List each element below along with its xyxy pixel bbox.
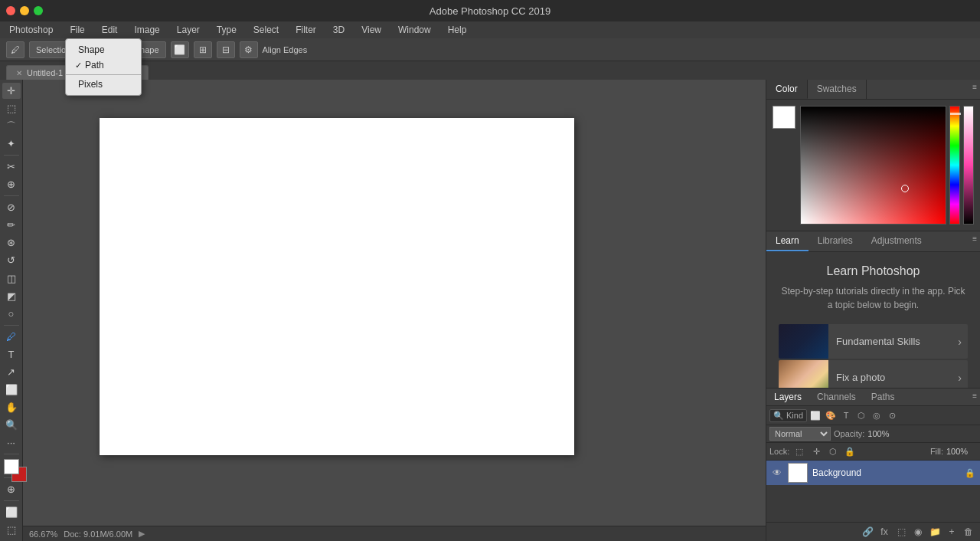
- eraser-tool[interactable]: ◫: [2, 270, 21, 287]
- learn-content: Learn Photoshop Step-by-step tutorials d…: [766, 252, 980, 388]
- tab-paths[interactable]: Paths: [864, 389, 903, 405]
- color-swatches-area[interactable]: [4, 459, 19, 474]
- marquee-tool[interactable]: ⬚: [2, 100, 21, 116]
- maximize-button[interactable]: [34, 6, 43, 15]
- learn-card-fix-photo[interactable]: Fix a photo ›: [779, 360, 968, 388]
- lock-pixels-btn[interactable]: ⬚: [792, 444, 806, 458]
- text-tool[interactable]: T: [2, 346, 21, 362]
- path-arrangement-btn[interactable]: ⊟: [217, 41, 235, 58]
- opacity-label: Opacity:: [834, 429, 864, 438]
- screen-mode[interactable]: ⬜: [2, 504, 21, 520]
- healing-brush-tool[interactable]: ⊘: [2, 199, 21, 215]
- fill-value[interactable]: 100%: [946, 447, 977, 456]
- tab-channels[interactable]: Channels: [809, 389, 864, 405]
- lock-all-btn[interactable]: 🔒: [843, 444, 857, 458]
- menu-file[interactable]: File: [67, 23, 87, 37]
- shape-dropdown[interactable]: Shape ✓ Path Pixels: [65, 38, 142, 96]
- tab-learn[interactable]: Learn: [766, 231, 808, 251]
- menu-view[interactable]: View: [358, 23, 384, 37]
- dropdown-shape[interactable]: Shape: [66, 42, 141, 57]
- layers-panel-options[interactable]: ≡: [969, 389, 980, 405]
- dropdown-path[interactable]: ✓ Path: [66, 57, 141, 73]
- quick-mask-mode[interactable]: ⊕: [2, 481, 21, 497]
- tool-preset-picker[interactable]: 🖊: [6, 41, 24, 58]
- zoom-tool[interactable]: 🔍: [2, 417, 21, 433]
- minimize-button[interactable]: [20, 6, 29, 15]
- tab-swatches[interactable]: Swatches: [808, 80, 867, 99]
- toolbar-separator-1: [4, 155, 19, 156]
- menu-image[interactable]: Image: [131, 23, 162, 37]
- path-selection-tool[interactable]: ↗: [2, 364, 21, 380]
- menu-layer[interactable]: Layer: [174, 23, 203, 37]
- menu-help[interactable]: Help: [445, 23, 470, 37]
- clone-stamp-tool[interactable]: ⊛: [2, 234, 21, 251]
- color-preview[interactable]: [773, 106, 795, 129]
- filter-pixel-btn[interactable]: ⬜: [808, 408, 822, 422]
- menu-filter[interactable]: Filter: [292, 23, 319, 37]
- learn-card-fundamental[interactable]: Fundamental Skills ›: [779, 324, 968, 359]
- delete-layer-btn[interactable]: 🗑: [962, 525, 975, 539]
- filter-toggle-btn[interactable]: ⊙: [885, 408, 899, 422]
- tab-adjustments[interactable]: Adjustments: [862, 231, 931, 251]
- shape-tool[interactable]: ⬜: [2, 382, 21, 398]
- color-gradient-field[interactable]: [800, 106, 946, 225]
- hue-bar[interactable]: [949, 106, 960, 225]
- canvas-area[interactable]: 66.67% Doc: 9.01M/6.00M ▶: [23, 80, 766, 541]
- hand-tool[interactable]: ✋: [2, 399, 21, 415]
- gradient-tool[interactable]: ◩: [2, 288, 21, 304]
- tab-color[interactable]: Color: [766, 80, 808, 99]
- filter-adjustments-btn[interactable]: 🎨: [824, 408, 838, 422]
- status-arrow[interactable]: ▶: [139, 529, 145, 539]
- lock-move-btn[interactable]: ✛: [809, 444, 823, 458]
- menu-select[interactable]: Select: [250, 23, 282, 37]
- magic-wand-tool[interactable]: ✦: [2, 136, 21, 152]
- menu-type[interactable]: Type: [214, 23, 240, 37]
- layer-styles-btn[interactable]: fx: [877, 525, 891, 539]
- tab-close-icon[interactable]: ✕: [16, 69, 22, 77]
- link-layers-btn[interactable]: 🔗: [861, 525, 874, 539]
- menu-edit[interactable]: Edit: [99, 23, 121, 37]
- eyedropper-tool[interactable]: ⊕: [2, 176, 21, 192]
- crop-tool[interactable]: ✂: [2, 159, 21, 175]
- new-group-btn[interactable]: 📁: [928, 525, 942, 539]
- status-bar: 66.67% Doc: 9.01M/6.00M ▶: [23, 526, 766, 541]
- new-layer-btn[interactable]: +: [945, 525, 959, 539]
- lasso-tool[interactable]: ⌒: [2, 118, 21, 134]
- add-mask-btn[interactable]: ⬚: [894, 525, 908, 539]
- foreground-color[interactable]: [4, 459, 19, 474]
- artboard-tool[interactable]: ⬚: [2, 522, 21, 538]
- brush-tool[interactable]: ✏: [2, 217, 21, 233]
- blend-mode-select[interactable]: Normal: [769, 427, 831, 441]
- search-icon: 🔍: [773, 411, 784, 421]
- dropdown-pixels[interactable]: Pixels: [66, 77, 141, 92]
- layer-row-background[interactable]: 👁 Background 🔒: [766, 461, 980, 485]
- pen-tool[interactable]: 🖊: [2, 329, 21, 345]
- menu-bar: Photoshop File Edit Image Layer Type Sel…: [0, 21, 980, 38]
- opacity-bar[interactable]: [963, 106, 974, 225]
- path-finder-btn[interactable]: ⊞: [194, 41, 212, 58]
- extra-tools[interactable]: ···: [2, 434, 21, 451]
- filter-text-btn[interactable]: T: [839, 408, 853, 422]
- filter-smart-btn[interactable]: ◎: [870, 408, 884, 422]
- color-panel-options[interactable]: ≡: [969, 80, 980, 99]
- close-button[interactable]: [6, 6, 15, 15]
- menu-window[interactable]: Window: [395, 23, 434, 37]
- opacity-value[interactable]: 100%: [867, 429, 898, 438]
- tab-layers[interactable]: Layers: [766, 389, 809, 405]
- learn-title: Learn Photoshop: [779, 264, 968, 278]
- learn-panel-options[interactable]: ≡: [969, 231, 980, 251]
- layers-search[interactable]: 🔍 Kind: [769, 409, 807, 422]
- menu-3d[interactable]: 3D: [330, 23, 348, 37]
- history-brush-tool[interactable]: ↺: [2, 252, 21, 268]
- color-picker[interactable]: [766, 100, 980, 231]
- dodge-tool[interactable]: ○: [2, 306, 21, 322]
- move-tool[interactable]: ✛: [2, 83, 21, 99]
- settings-btn[interactable]: ⚙: [240, 41, 258, 58]
- filter-shape-btn[interactable]: ⬡: [854, 408, 868, 422]
- menu-photoshop[interactable]: Photoshop: [6, 23, 56, 37]
- lock-artboard-btn[interactable]: ⬡: [826, 444, 840, 458]
- new-adjustment-btn[interactable]: ◉: [911, 525, 925, 539]
- path-operations-btn[interactable]: ⬜: [171, 41, 189, 58]
- tab-libraries[interactable]: Libraries: [808, 231, 862, 251]
- layer-visibility-toggle[interactable]: 👁: [771, 467, 783, 479]
